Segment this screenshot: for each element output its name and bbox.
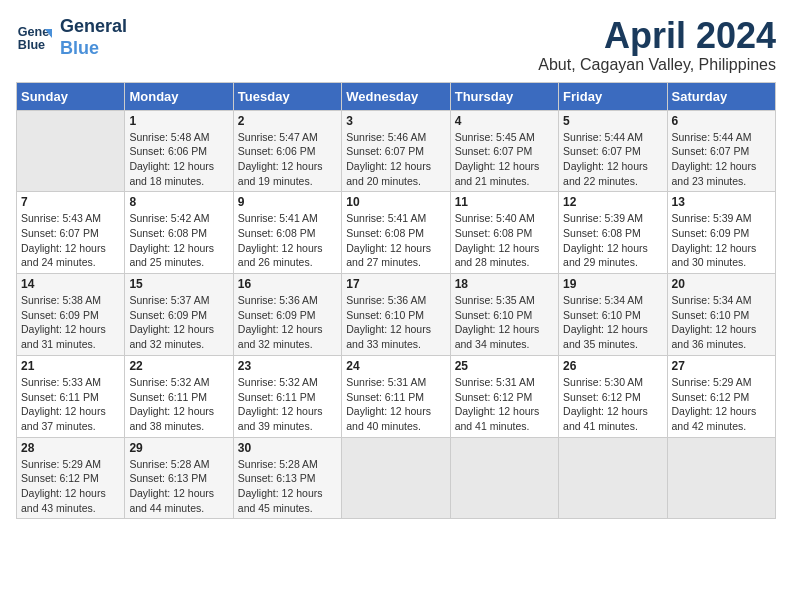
calendar-cell: 17Sunrise: 5:36 AMSunset: 6:10 PMDayligh… xyxy=(342,274,450,356)
day-number: 19 xyxy=(563,277,662,291)
logo-general: General xyxy=(60,16,127,38)
day-info: Sunrise: 5:47 AMSunset: 6:06 PMDaylight:… xyxy=(238,130,337,189)
day-number: 9 xyxy=(238,195,337,209)
day-number: 2 xyxy=(238,114,337,128)
day-info: Sunrise: 5:32 AMSunset: 6:11 PMDaylight:… xyxy=(129,375,228,434)
calendar-cell: 27Sunrise: 5:29 AMSunset: 6:12 PMDayligh… xyxy=(667,355,775,437)
calendar-cell xyxy=(450,437,558,519)
day-number: 21 xyxy=(21,359,120,373)
day-info: Sunrise: 5:38 AMSunset: 6:09 PMDaylight:… xyxy=(21,293,120,352)
header-tuesday: Tuesday xyxy=(233,82,341,110)
day-number: 23 xyxy=(238,359,337,373)
calendar-cell: 26Sunrise: 5:30 AMSunset: 6:12 PMDayligh… xyxy=(559,355,667,437)
day-number: 1 xyxy=(129,114,228,128)
calendar-cell: 21Sunrise: 5:33 AMSunset: 6:11 PMDayligh… xyxy=(17,355,125,437)
day-number: 25 xyxy=(455,359,554,373)
calendar-cell: 30Sunrise: 5:28 AMSunset: 6:13 PMDayligh… xyxy=(233,437,341,519)
day-number: 4 xyxy=(455,114,554,128)
calendar-cell xyxy=(17,110,125,192)
day-number: 14 xyxy=(21,277,120,291)
calendar-cell: 22Sunrise: 5:32 AMSunset: 6:11 PMDayligh… xyxy=(125,355,233,437)
day-info: Sunrise: 5:37 AMSunset: 6:09 PMDaylight:… xyxy=(129,293,228,352)
day-number: 29 xyxy=(129,441,228,455)
logo-icon: General Blue xyxy=(16,20,52,56)
calendar-cell xyxy=(342,437,450,519)
calendar-cell: 4Sunrise: 5:45 AMSunset: 6:07 PMDaylight… xyxy=(450,110,558,192)
calendar-cell: 15Sunrise: 5:37 AMSunset: 6:09 PMDayligh… xyxy=(125,274,233,356)
calendar-cell: 8Sunrise: 5:42 AMSunset: 6:08 PMDaylight… xyxy=(125,192,233,274)
calendar-cell: 25Sunrise: 5:31 AMSunset: 6:12 PMDayligh… xyxy=(450,355,558,437)
day-number: 3 xyxy=(346,114,445,128)
day-number: 30 xyxy=(238,441,337,455)
day-number: 5 xyxy=(563,114,662,128)
calendar-cell: 19Sunrise: 5:34 AMSunset: 6:10 PMDayligh… xyxy=(559,274,667,356)
day-info: Sunrise: 5:31 AMSunset: 6:11 PMDaylight:… xyxy=(346,375,445,434)
day-info: Sunrise: 5:44 AMSunset: 6:07 PMDaylight:… xyxy=(563,130,662,189)
calendar-cell xyxy=(667,437,775,519)
day-info: Sunrise: 5:46 AMSunset: 6:07 PMDaylight:… xyxy=(346,130,445,189)
day-info: Sunrise: 5:41 AMSunset: 6:08 PMDaylight:… xyxy=(238,211,337,270)
calendar-cell: 18Sunrise: 5:35 AMSunset: 6:10 PMDayligh… xyxy=(450,274,558,356)
logo: General Blue General Blue xyxy=(16,16,127,59)
day-number: 17 xyxy=(346,277,445,291)
day-info: Sunrise: 5:44 AMSunset: 6:07 PMDaylight:… xyxy=(672,130,771,189)
week-row-3: 14Sunrise: 5:38 AMSunset: 6:09 PMDayligh… xyxy=(17,274,776,356)
week-row-2: 7Sunrise: 5:43 AMSunset: 6:07 PMDaylight… xyxy=(17,192,776,274)
header-monday: Monday xyxy=(125,82,233,110)
calendar-cell: 23Sunrise: 5:32 AMSunset: 6:11 PMDayligh… xyxy=(233,355,341,437)
day-info: Sunrise: 5:36 AMSunset: 6:10 PMDaylight:… xyxy=(346,293,445,352)
day-info: Sunrise: 5:39 AMSunset: 6:09 PMDaylight:… xyxy=(672,211,771,270)
day-number: 13 xyxy=(672,195,771,209)
day-number: 10 xyxy=(346,195,445,209)
day-number: 15 xyxy=(129,277,228,291)
day-info: Sunrise: 5:33 AMSunset: 6:11 PMDaylight:… xyxy=(21,375,120,434)
calendar-cell: 14Sunrise: 5:38 AMSunset: 6:09 PMDayligh… xyxy=(17,274,125,356)
day-info: Sunrise: 5:29 AMSunset: 6:12 PMDaylight:… xyxy=(21,457,120,516)
calendar-cell: 24Sunrise: 5:31 AMSunset: 6:11 PMDayligh… xyxy=(342,355,450,437)
day-info: Sunrise: 5:43 AMSunset: 6:07 PMDaylight:… xyxy=(21,211,120,270)
day-info: Sunrise: 5:36 AMSunset: 6:09 PMDaylight:… xyxy=(238,293,337,352)
header-wednesday: Wednesday xyxy=(342,82,450,110)
day-number: 16 xyxy=(238,277,337,291)
calendar-cell: 3Sunrise: 5:46 AMSunset: 6:07 PMDaylight… xyxy=(342,110,450,192)
day-info: Sunrise: 5:28 AMSunset: 6:13 PMDaylight:… xyxy=(238,457,337,516)
day-info: Sunrise: 5:31 AMSunset: 6:12 PMDaylight:… xyxy=(455,375,554,434)
week-row-4: 21Sunrise: 5:33 AMSunset: 6:11 PMDayligh… xyxy=(17,355,776,437)
calendar-cell: 7Sunrise: 5:43 AMSunset: 6:07 PMDaylight… xyxy=(17,192,125,274)
day-number: 18 xyxy=(455,277,554,291)
day-info: Sunrise: 5:34 AMSunset: 6:10 PMDaylight:… xyxy=(563,293,662,352)
page-title: April 2024 xyxy=(538,16,776,56)
week-row-1: 1Sunrise: 5:48 AMSunset: 6:06 PMDaylight… xyxy=(17,110,776,192)
day-number: 12 xyxy=(563,195,662,209)
day-number: 20 xyxy=(672,277,771,291)
day-info: Sunrise: 5:35 AMSunset: 6:10 PMDaylight:… xyxy=(455,293,554,352)
calendar-cell xyxy=(559,437,667,519)
day-number: 27 xyxy=(672,359,771,373)
day-number: 28 xyxy=(21,441,120,455)
svg-text:Blue: Blue xyxy=(18,37,45,51)
logo-blue: Blue xyxy=(60,38,127,60)
day-info: Sunrise: 5:29 AMSunset: 6:12 PMDaylight:… xyxy=(672,375,771,434)
day-number: 11 xyxy=(455,195,554,209)
week-row-5: 28Sunrise: 5:29 AMSunset: 6:12 PMDayligh… xyxy=(17,437,776,519)
calendar-cell: 5Sunrise: 5:44 AMSunset: 6:07 PMDaylight… xyxy=(559,110,667,192)
calendar-cell: 13Sunrise: 5:39 AMSunset: 6:09 PMDayligh… xyxy=(667,192,775,274)
day-info: Sunrise: 5:42 AMSunset: 6:08 PMDaylight:… xyxy=(129,211,228,270)
header-thursday: Thursday xyxy=(450,82,558,110)
day-info: Sunrise: 5:48 AMSunset: 6:06 PMDaylight:… xyxy=(129,130,228,189)
calendar-cell: 28Sunrise: 5:29 AMSunset: 6:12 PMDayligh… xyxy=(17,437,125,519)
calendar-cell: 11Sunrise: 5:40 AMSunset: 6:08 PMDayligh… xyxy=(450,192,558,274)
day-info: Sunrise: 5:30 AMSunset: 6:12 PMDaylight:… xyxy=(563,375,662,434)
calendar-cell: 16Sunrise: 5:36 AMSunset: 6:09 PMDayligh… xyxy=(233,274,341,356)
page-subtitle: Abut, Cagayan Valley, Philippines xyxy=(538,56,776,74)
calendar-table: SundayMondayTuesdayWednesdayThursdayFrid… xyxy=(16,82,776,520)
calendar-cell: 2Sunrise: 5:47 AMSunset: 6:06 PMDaylight… xyxy=(233,110,341,192)
calendar-cell: 10Sunrise: 5:41 AMSunset: 6:08 PMDayligh… xyxy=(342,192,450,274)
day-info: Sunrise: 5:41 AMSunset: 6:08 PMDaylight:… xyxy=(346,211,445,270)
calendar-header-row: SundayMondayTuesdayWednesdayThursdayFrid… xyxy=(17,82,776,110)
header-saturday: Saturday xyxy=(667,82,775,110)
day-info: Sunrise: 5:39 AMSunset: 6:08 PMDaylight:… xyxy=(563,211,662,270)
calendar-cell: 12Sunrise: 5:39 AMSunset: 6:08 PMDayligh… xyxy=(559,192,667,274)
calendar-cell: 6Sunrise: 5:44 AMSunset: 6:07 PMDaylight… xyxy=(667,110,775,192)
day-number: 22 xyxy=(129,359,228,373)
